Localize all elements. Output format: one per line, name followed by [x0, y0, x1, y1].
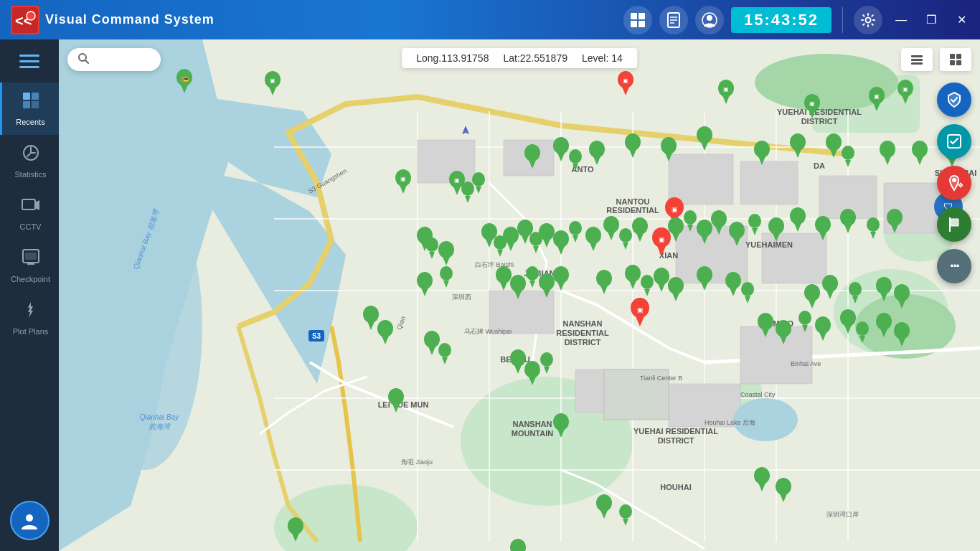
- svg-point-280: [510, 349, 526, 367]
- svg-text:HOUHAI: HOUHAI: [660, 483, 691, 491]
- svg-line-21: [27, 153, 31, 156]
- svg-text:白石坪 Baishi: 白石坪 Baishi: [475, 261, 514, 268]
- grid-view-button[interactable]: [623, 6, 652, 34]
- shield-button[interactable]: [937, 83, 971, 117]
- svg-text:前海湾: 前海湾: [149, 423, 171, 430]
- hamburger-icon: [19, 55, 39, 68]
- svg-rect-326: [950, 54, 955, 59]
- svg-text:NANTOU: NANTOU: [616, 197, 650, 206]
- svg-point-29: [26, 514, 33, 522]
- more-options-button[interactable]: ···: [937, 249, 971, 283]
- svg-point-163: [842, 146, 854, 160]
- logo-area: << Visual Command System: [0, 6, 225, 34]
- document-button[interactable]: [659, 6, 688, 34]
- svg-text:DISTRICT: DISTRICT: [658, 436, 694, 445]
- svg-rect-3: [631, 13, 637, 19]
- svg-point-252: [654, 268, 669, 285]
- svg-text:LEI YUE MUN: LEI YUE MUN: [378, 400, 429, 409]
- sidebar-item-plot-plans[interactable]: Plot Plans: [0, 292, 59, 344]
- svg-text:深圳湾口岸: 深圳湾口岸: [826, 511, 859, 518]
- svg-point-316: [776, 478, 791, 495]
- svg-point-264: [822, 275, 838, 292]
- svg-point-302: [876, 313, 892, 330]
- svg-point-306: [288, 517, 303, 534]
- svg-point-296: [815, 316, 831, 334]
- svg-point-258: [725, 272, 741, 289]
- user-profile-button[interactable]: [695, 6, 724, 34]
- svg-point-298: [840, 309, 856, 326]
- svg-text:乌石牌 Wushipai: 乌石牌 Wushipai: [464, 328, 512, 335]
- svg-point-256: [697, 266, 712, 283]
- grid-map-button[interactable]: [940, 48, 971, 71]
- svg-point-167: [912, 141, 928, 158]
- sidebar: Recents Statistics CCTV: [0, 39, 59, 551]
- map-container[interactable]: YUEHAI RESIDENTIAL DISTRICT SHANGBAI DA …: [59, 39, 980, 551]
- user-avatar-button[interactable]: [10, 501, 50, 540]
- svg-rect-17: [32, 101, 39, 108]
- svg-text:RESIDENTIAL: RESIDENTIAL: [606, 206, 659, 215]
- checkpoint-icon: [22, 248, 40, 271]
- svg-text:▣: ▣: [723, 86, 729, 93]
- cctv-icon: [22, 196, 40, 219]
- maximize-button[interactable]: ❐: [920, 9, 943, 32]
- sidebar-item-statistics[interactable]: Statistics: [0, 135, 59, 187]
- minimize-button[interactable]: —: [890, 9, 913, 32]
- svg-point-266: [849, 282, 862, 296]
- cctv-label: CCTV: [20, 222, 42, 231]
- svg-point-248: [625, 265, 641, 282]
- layers-button[interactable]: [901, 48, 933, 71]
- svg-rect-329: [956, 60, 961, 65]
- recents-label: Recents: [16, 118, 44, 126]
- svg-point-282: [524, 361, 540, 378]
- close-button[interactable]: ✕: [950, 9, 973, 32]
- sidebar-item-cctv[interactable]: CCTV: [0, 187, 59, 240]
- svg-point-153: [661, 137, 677, 154]
- svg-point-220: [768, 217, 784, 235]
- map-top-right-controls: [901, 48, 971, 71]
- svg-text:DISTRICT: DISTRICT: [801, 117, 838, 126]
- titlebar-controls: 15:43:52 — ❐ ✕: [623, 6, 980, 34]
- svg-text:DISTRICT: DISTRICT: [565, 338, 601, 347]
- svg-text:RESIDENTIAL: RESIDENTIAL: [556, 329, 609, 337]
- checklist-button[interactable]: [937, 124, 971, 159]
- pin-edit-button[interactable]: [937, 166, 971, 200]
- svg-point-189: [569, 221, 582, 235]
- svg-point-238: [510, 275, 526, 292]
- svg-rect-4: [639, 13, 645, 19]
- svg-point-173: [438, 241, 454, 258]
- svg-point-175: [481, 223, 497, 240]
- svg-rect-323: [911, 55, 923, 57]
- svg-point-228: [867, 217, 880, 232]
- svg-point-210: [684, 210, 697, 225]
- sidebar-item-checkpoint[interactable]: Checkpoint: [0, 240, 59, 292]
- svg-point-310: [596, 494, 612, 512]
- svg-point-139: [461, 182, 474, 196]
- svg-point-278: [438, 343, 451, 357]
- svg-point-181: [517, 220, 533, 237]
- map-svg: YUEHAI RESIDENTIAL DISTRICT SHANGBAI DA …: [59, 39, 980, 551]
- svg-point-312: [619, 504, 632, 519]
- svg-point-234: [440, 266, 453, 281]
- svg-point-250: [641, 275, 654, 289]
- sidebar-toggle[interactable]: [11, 47, 47, 75]
- svg-point-331: [952, 178, 956, 182]
- svg-text:MOUNTAIN: MOUNTAIN: [512, 429, 554, 438]
- search-bar[interactable]: [67, 48, 161, 71]
- sidebar-bottom: [10, 501, 50, 551]
- svg-text:▣: ▣: [623, 77, 628, 84]
- svg-point-292: [776, 320, 791, 337]
- svg-point-32: [88, 75, 174, 291]
- svg-point-286: [553, 413, 569, 430]
- svg-line-322: [85, 60, 88, 63]
- svg-text:NANSHAN: NANSHAN: [513, 420, 552, 428]
- svg-text:▣: ▣: [270, 77, 275, 84]
- svg-rect-328: [950, 60, 955, 65]
- svg-text:Qianhai Bay: Qianhai Bay: [140, 413, 179, 421]
- svg-text:Binhai Ave: Binhai Ave: [791, 360, 821, 367]
- flag-button[interactable]: [937, 207, 971, 242]
- svg-point-260: [741, 282, 754, 296]
- svg-point-214: [711, 210, 727, 227]
- settings-button[interactable]: [854, 6, 882, 34]
- sidebar-item-recents[interactable]: Recents: [0, 83, 59, 135]
- svg-point-276: [424, 331, 440, 348]
